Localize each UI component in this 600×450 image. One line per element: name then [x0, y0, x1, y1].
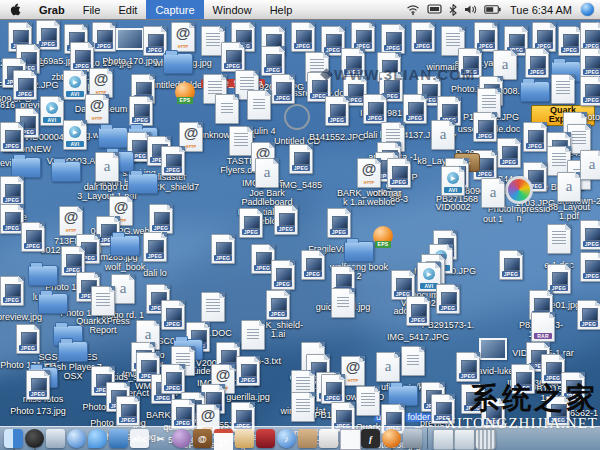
menu-item-window[interactable]: Window: [204, 0, 261, 19]
dock-item-trash[interactable]: [475, 429, 494, 448]
volume-icon[interactable]: [464, 4, 477, 15]
desktop-icon-webloc[interactable]: @HTTPBARK_workmark 1.ai.webloc: [337, 158, 401, 209]
letters-icon: abc: [130, 429, 149, 448]
dock-item-preview[interactable]: [46, 429, 65, 448]
minwin-icon: [433, 429, 454, 450]
dvd-icon: [256, 429, 275, 448]
apple-menu[interactable]: [0, 0, 30, 19]
desktop-icon-jpeg[interactable]: JPEGPhoto 173.jpg: [6, 370, 70, 418]
dock-item-flash[interactable]: f: [361, 429, 380, 448]
menu-clock[interactable]: Tue 6:34 AM: [508, 4, 574, 16]
desktop-icon-jpeg[interactable]: JPEG: [557, 300, 600, 330]
desktop-screen: GrabFileEditCaptureWindowHelp: [0, 0, 600, 450]
menu-item-help[interactable]: Help: [261, 0, 302, 19]
jpeg-icon: JPEG: [386, 296, 450, 326]
omniweb-icon: [172, 429, 191, 448]
abook-icon: @: [193, 429, 212, 448]
icon-label: IMG_5417.JPG: [387, 333, 449, 342]
dock-item-scissors[interactable]: ✂: [151, 429, 170, 448]
minwin-icon: [454, 429, 475, 450]
jpeg-icon: JPEG: [0, 176, 44, 206]
dock-item-safari[interactable]: [67, 429, 86, 448]
blue-orb-icon[interactable]: [581, 3, 594, 16]
dock-item-classic[interactable]: [382, 429, 401, 448]
menu-extras: Tue 6:34 AM: [406, 0, 600, 19]
dock-item-camera[interactable]: [109, 429, 128, 448]
menu-item-capture[interactable]: Capture: [146, 0, 203, 19]
jpeg-icon: JPEG: [6, 370, 70, 400]
desktop-icon-jpeg[interactable]: JPEGdali lo: [123, 232, 187, 280]
jpeg-icon: JPEG: [479, 250, 543, 280]
dock-divider: [427, 428, 428, 449]
menu-item-file[interactable]: File: [74, 0, 110, 19]
pdf-icon: a: [560, 150, 600, 180]
displays-icon[interactable]: [427, 4, 442, 15]
dock-item-abook[interactable]: @: [193, 429, 212, 448]
bluetooth-icon[interactable]: [449, 4, 457, 16]
jpeg-icon: JPEG: [557, 300, 600, 330]
jpeg-icon: JPEG: [560, 76, 600, 106]
photoapp-icon: [403, 429, 422, 448]
dock-item-sysprefs[interactable]: [319, 429, 338, 448]
trash-icon: [475, 429, 496, 450]
classic-icon: [382, 429, 401, 448]
dock-item-dateapp[interactable]: [235, 429, 254, 448]
icon-label: BARK_workmark 1.ai.webloc: [337, 189, 401, 208]
ichat-icon: [88, 429, 107, 448]
jpeg-icon: JPEG: [151, 399, 215, 429]
dock-item-omniweb[interactable]: [172, 429, 191, 448]
watermark-3lian-text: WWW.3LIAN.COM: [334, 66, 475, 83]
folder-icon: [111, 164, 175, 194]
dock-item-minwin[interactable]: [433, 429, 452, 448]
scissors-icon: ✂: [151, 429, 170, 448]
jpeg-icon: JPEG: [246, 290, 310, 320]
desktop-icon-pdf[interactable]: aout 1: [461, 178, 525, 226]
watermark-brand: 系统之家 XITONGZHIJIA.NET: [445, 384, 598, 431]
safari-icon: [67, 429, 86, 448]
desktop-icon-jpeg[interactable]: JPEG: [479, 250, 543, 280]
desktop-icon-txt[interactable]: [311, 288, 375, 318]
watermark-brand-cn: 系统之家: [445, 384, 598, 413]
menu-item-edit[interactable]: Edit: [109, 0, 146, 19]
jpeg-icon: JPEG: [123, 232, 187, 262]
menu-item-grab[interactable]: Grab: [30, 0, 74, 19]
desktop-icon-jpeg[interactable]: JPEGIMG_5417.JPG: [386, 296, 450, 344]
flash-icon: f: [361, 429, 380, 448]
icon-label: Photo 173.jpg: [10, 407, 66, 416]
folder-icon: [21, 284, 85, 314]
apple-icon: [10, 3, 21, 16]
battery-icon[interactable]: [484, 5, 501, 14]
preview-icon: [46, 429, 65, 448]
desktop-icon-folder[interactable]: [21, 284, 85, 314]
pdf-icon: a: [461, 178, 525, 208]
dock-item-letters[interactable]: abc: [130, 429, 149, 448]
dock-item-finder[interactable]: [4, 429, 23, 448]
desktop-icon-jpeg[interactable]: JPEG: [560, 220, 600, 250]
dock-item-clock[interactable]: [25, 429, 44, 448]
ical-icon: 17: [214, 429, 233, 450]
dock-item-textdoc[interactable]: [340, 429, 359, 448]
pdf-icon: a: [235, 158, 299, 188]
itunes-icon: ♪: [277, 429, 296, 448]
airport-icon[interactable]: [406, 4, 420, 15]
dock-item-itunes[interactable]: ♪: [277, 429, 296, 448]
menu-bar: GrabFileEditCaptureWindowHelp: [0, 0, 600, 20]
dock-item-ical[interactable]: 17: [214, 429, 233, 448]
dock-item-stuffit[interactable]: [298, 429, 317, 448]
dock-item-photoapp[interactable]: [403, 429, 422, 448]
menu-bar-menus: GrabFileEditCaptureWindowHelp: [0, 0, 301, 19]
stuffit-icon: [298, 429, 317, 448]
dock-item-ichat[interactable]: [88, 429, 107, 448]
dateapp-icon: [235, 429, 254, 448]
txt-icon: [311, 288, 375, 318]
camera-icon: [109, 429, 128, 448]
desktop-icon-jpeg[interactable]: JPEG: [560, 252, 600, 282]
jpeg-icon: JPEG: [560, 220, 600, 250]
finder-icon: [4, 429, 23, 448]
textdoc-icon: [340, 429, 361, 450]
desktop-icon-folder[interactable]: [111, 164, 175, 194]
dock-item-minwin[interactable]: [454, 429, 473, 448]
watermark-3lian: WWW.3LIAN.COM: [322, 66, 475, 83]
dock-item-dvd[interactable]: [256, 429, 275, 448]
desktop-icon-pdf[interactable]: a: [560, 150, 600, 180]
